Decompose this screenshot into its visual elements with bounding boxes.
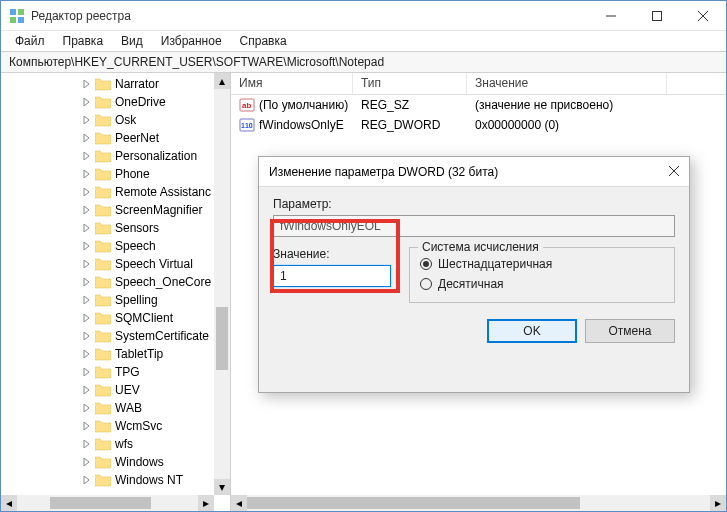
folder-icon	[95, 347, 111, 361]
tree-item[interactable]: Windows NT	[7, 471, 214, 489]
tree-item[interactable]: UEV	[7, 381, 214, 399]
titlebar: Редактор реестра	[1, 1, 726, 31]
svg-rect-1	[18, 9, 24, 15]
chevron-right-icon[interactable]	[81, 402, 93, 414]
scroll-right-icon[interactable]: ▸	[710, 495, 726, 511]
chevron-right-icon[interactable]	[81, 294, 93, 306]
svg-rect-5	[653, 11, 662, 20]
chevron-right-icon[interactable]	[81, 384, 93, 396]
folder-icon	[95, 401, 111, 415]
row-type: REG_DWORD	[353, 118, 467, 132]
chevron-right-icon[interactable]	[81, 96, 93, 108]
cancel-button[interactable]: Отмена	[585, 319, 675, 343]
tree-item[interactable]: Phone	[7, 165, 214, 183]
radix-group: Система исчисления Шестнадцатеричная Дес…	[409, 247, 675, 303]
menu-view[interactable]: Вид	[113, 32, 151, 50]
menu-favorites[interactable]: Избранное	[153, 32, 230, 50]
chevron-right-icon[interactable]	[81, 312, 93, 324]
ok-button[interactable]: OK	[487, 319, 577, 343]
chevron-right-icon[interactable]	[81, 258, 93, 270]
tree-item-label: Windows NT	[115, 473, 183, 487]
menu-help[interactable]: Справка	[232, 32, 295, 50]
col-name[interactable]: Имя	[231, 73, 353, 94]
tree-item[interactable]: OneDrive	[7, 93, 214, 111]
dialog-close-button[interactable]	[669, 165, 679, 179]
tree-item[interactable]: Spelling	[7, 291, 214, 309]
tree-item[interactable]: Speech	[7, 237, 214, 255]
value-field[interactable]: 1	[273, 265, 391, 287]
row-type: REG_SZ	[353, 98, 467, 112]
tree-view[interactable]: NarratorOneDriveOskPeerNetPersonalizatio…	[1, 73, 214, 495]
tree-item[interactable]: TabletTip	[7, 345, 214, 363]
scroll-down-icon[interactable]: ▾	[214, 479, 230, 495]
svg-rect-0	[10, 9, 16, 15]
chevron-right-icon[interactable]	[81, 240, 93, 252]
tree-item[interactable]: Windows	[7, 453, 214, 471]
minimize-button[interactable]	[588, 1, 634, 31]
chevron-right-icon[interactable]	[81, 474, 93, 486]
tree-item-label: Personalization	[115, 149, 197, 163]
tree-item[interactable]: ScreenMagnifier	[7, 201, 214, 219]
radio-hex[interactable]: Шестнадцатеричная	[420, 254, 664, 274]
tree-scrollbar-horizontal[interactable]: ◂ ▸	[1, 495, 214, 511]
chevron-right-icon[interactable]	[81, 132, 93, 144]
folder-icon	[95, 95, 111, 109]
tree-item[interactable]: Speech Virtual	[7, 255, 214, 273]
tree-item[interactable]: SQMClient	[7, 309, 214, 327]
chevron-right-icon[interactable]	[81, 114, 93, 126]
chevron-right-icon[interactable]	[81, 330, 93, 342]
tree-item[interactable]: Speech_OneCore	[7, 273, 214, 291]
tree-item-label: Windows	[115, 455, 164, 469]
tree-item[interactable]: SystemCertificate	[7, 327, 214, 345]
chevron-right-icon[interactable]	[81, 168, 93, 180]
col-type[interactable]: Тип	[353, 73, 467, 94]
scroll-right-icon[interactable]: ▸	[198, 495, 214, 511]
tree-item[interactable]: TPG	[7, 363, 214, 381]
tree-item[interactable]: Sensors	[7, 219, 214, 237]
chevron-right-icon[interactable]	[81, 204, 93, 216]
chevron-right-icon[interactable]	[81, 456, 93, 468]
tree-item[interactable]: Osk	[7, 111, 214, 129]
list-row[interactable]: ab(По умолчанию)REG_SZ(значение не присв…	[231, 95, 726, 115]
chevron-right-icon[interactable]	[81, 222, 93, 234]
folder-icon	[95, 167, 111, 181]
chevron-right-icon[interactable]	[81, 420, 93, 432]
col-value[interactable]: Значение	[467, 73, 667, 94]
address-bar[interactable]: Компьютер\HKEY_CURRENT_USER\SOFTWARE\Mic…	[1, 51, 726, 73]
scroll-up-icon[interactable]: ▴	[214, 73, 230, 89]
radio-dot-icon	[420, 278, 432, 290]
tree-item-label: Osk	[115, 113, 136, 127]
tree-item[interactable]: Personalization	[7, 147, 214, 165]
tree-scrollbar-vertical[interactable]: ▴ ▾	[214, 73, 230, 495]
chevron-right-icon[interactable]	[81, 150, 93, 162]
menu-file[interactable]: Файл	[7, 32, 53, 50]
tree-item-label: TPG	[115, 365, 140, 379]
scroll-left-icon[interactable]: ◂	[231, 495, 247, 511]
folder-icon	[95, 257, 111, 271]
radio-dec[interactable]: Десятичная	[420, 274, 664, 294]
menu-edit[interactable]: Правка	[55, 32, 112, 50]
tree-item-label: Speech Virtual	[115, 257, 193, 271]
svg-text:ab: ab	[242, 101, 251, 110]
tree-item[interactable]: WAB	[7, 399, 214, 417]
close-button[interactable]	[680, 1, 726, 31]
tree-item[interactable]: WcmSvc	[7, 417, 214, 435]
chevron-right-icon[interactable]	[81, 438, 93, 450]
chevron-right-icon[interactable]	[81, 276, 93, 288]
tree-item[interactable]: wfs	[7, 435, 214, 453]
chevron-right-icon[interactable]	[81, 78, 93, 90]
scroll-left-icon[interactable]: ◂	[1, 495, 17, 511]
chevron-right-icon[interactable]	[81, 186, 93, 198]
folder-icon	[95, 437, 111, 451]
tree-item[interactable]: Remote Assistanc	[7, 183, 214, 201]
row-name: fWindowsOnlyE	[259, 118, 344, 132]
tree-item[interactable]: PeerNet	[7, 129, 214, 147]
tree-item[interactable]: Narrator	[7, 75, 214, 93]
maximize-button[interactable]	[634, 1, 680, 31]
list-row[interactable]: 110fWindowsOnlyEREG_DWORD0x00000000 (0)	[231, 115, 726, 135]
list-scrollbar-horizontal[interactable]: ◂ ▸	[231, 495, 726, 511]
folder-icon	[95, 293, 111, 307]
chevron-right-icon[interactable]	[81, 348, 93, 360]
chevron-right-icon[interactable]	[81, 366, 93, 378]
folder-icon	[95, 275, 111, 289]
